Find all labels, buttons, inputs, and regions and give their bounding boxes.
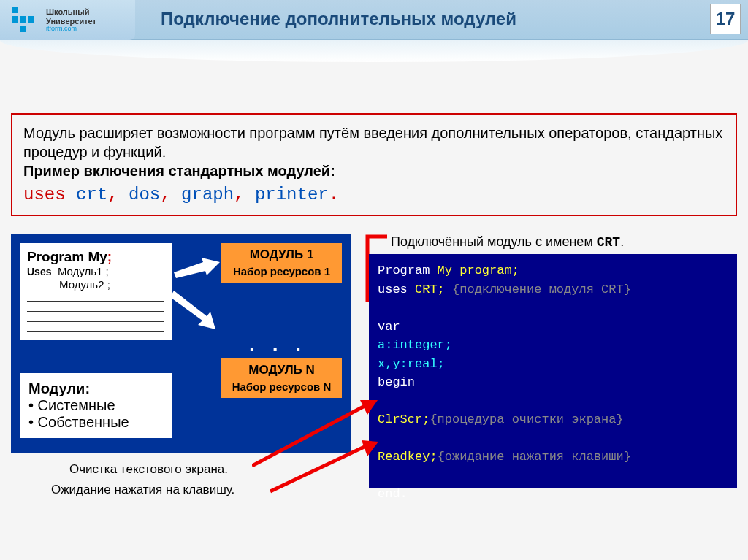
module-n-title: МОДУЛЬ N: [227, 363, 336, 377]
ellipsis: . . .: [249, 333, 307, 356]
type-own: • Собственные: [28, 414, 163, 431]
types-title: Модули:: [28, 380, 163, 397]
module-n-sub: Набор ресурсов N: [227, 380, 336, 394]
module-1-card: МОДУЛЬ 1 Набор ресурсов 1: [221, 243, 342, 283]
arrow-to-moduleN: [170, 287, 221, 331]
code-terminal: Program My_program; uses CRT; {подключен…: [369, 254, 737, 488]
logo-line1: Школьный: [46, 7, 89, 16]
arrow-to-module1: [170, 256, 221, 282]
type-system: • Системные: [28, 397, 163, 414]
module-1-title: МОДУЛЬ 1: [227, 248, 336, 262]
definition-box: Модуль расширяет возможности программ пу…: [11, 113, 737, 216]
page-number: 17: [710, 4, 741, 34]
crt-annotation: Подключённый модуль с именем CRT.: [391, 234, 737, 250]
uses-mod1: Модуль1 ;: [58, 265, 109, 277]
module-n-card: МОДУЛЬ N Набор ресурсов N: [221, 358, 342, 398]
program-card: Program My; Uses Модуль1 ; Модуль2 ;: [20, 243, 172, 340]
uses-mod2: Модуль2 ;: [59, 278, 110, 291]
module-types-card: Модули: • Системные • Собственные: [20, 373, 172, 438]
uses-example: uses crt, dos, graph, printer.: [23, 183, 725, 206]
program-title: Program My: [27, 249, 107, 264]
logo-line2: Университет: [46, 17, 96, 26]
logo-sub: itform.com: [46, 26, 96, 33]
module-printer: printer: [255, 185, 329, 204]
svg-marker-1: [170, 291, 215, 329]
logo-area: Школьный Университет itform.com: [0, 0, 135, 40]
logo-text: Школьный Университет itform.com: [46, 7, 96, 32]
module-crt: crt: [76, 185, 107, 204]
arrow-to-readkey: [270, 439, 380, 494]
definition-text: Модуль расширяет возможности программ пу…: [23, 125, 722, 160]
svg-line-5: [270, 445, 369, 491]
slide-header: Школьный Университет itform.com Подключе…: [0, 0, 748, 40]
svg-marker-0: [174, 258, 220, 278]
example-label: Пример включения стандартных модулей:: [23, 163, 335, 179]
logo-icon: [11, 6, 40, 35]
slide-title: Подключение дополнительных модулей: [161, 9, 516, 29]
module-1-sub: Набор ресурсов 1: [227, 265, 336, 278]
uses-keyword: uses: [23, 185, 66, 204]
uses-label: Uses: [27, 266, 51, 277]
module-dos: dos: [129, 185, 160, 204]
module-graph: graph: [181, 185, 234, 204]
